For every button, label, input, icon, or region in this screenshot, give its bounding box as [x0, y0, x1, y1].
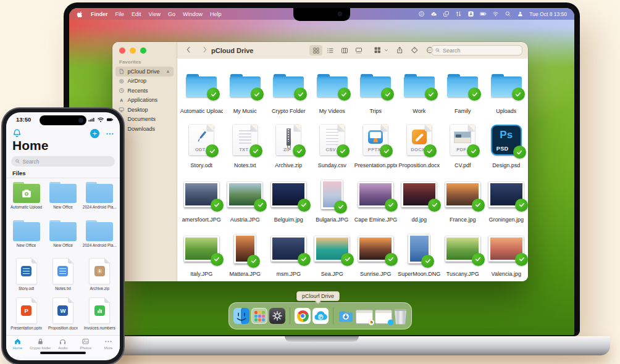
finder-search-input[interactable]: Search [431, 45, 522, 56]
menu-view[interactable]: View [149, 11, 161, 17]
dock-pcloud[interactable]: P [312, 308, 329, 324]
file-tuscany-jpg[interactable]: Tuscany.JPG [441, 226, 485, 281]
menu-edit[interactable]: Edit [132, 11, 141, 17]
sidebar-item-desktop[interactable]: Desktop [115, 105, 174, 115]
phone-file-story-odt[interactable]: Story.odt [8, 257, 44, 296]
back-button[interactable] [185, 46, 193, 54]
phone-file-presentation-pptx[interactable]: PPresentation.pptx [8, 296, 44, 336]
input-a-icon[interactable]: A [467, 10, 474, 17]
minimize-button[interactable] [130, 48, 136, 54]
sidebar-item-pcloud-drive[interactable]: pCloud Drive [115, 67, 174, 77]
file-cape-emine-jpg[interactable]: Cape Emine.JPG [354, 172, 398, 226]
file-valencia-jpg[interactable]: Valencia.jpg [485, 226, 529, 281]
dock-finder[interactable] [233, 308, 249, 324]
spotlight-icon[interactable] [505, 10, 511, 17]
windows-icon[interactable] [443, 10, 450, 17]
file-family[interactable]: Family [441, 64, 485, 118]
phone-file-invoices-numbers[interactable]: Invoices.numbers [82, 296, 118, 336]
group-button[interactable] [374, 46, 382, 54]
file-story-odt[interactable]: ODTStory.odt [180, 118, 224, 172]
phone-search-input[interactable]: Search [11, 156, 115, 167]
eject-icon[interactable] [165, 69, 170, 74]
menu-file[interactable]: File [115, 11, 125, 17]
file-groningen-jpg[interactable]: Groningen.jpg [485, 172, 529, 226]
file-sunrise-jpg[interactable]: Sunrise.JPG [354, 226, 398, 281]
dock-launchpad[interactable] [251, 308, 267, 324]
file-proposition-docx[interactable]: DOCXProposition.docx [398, 118, 442, 172]
phone-file-automatic-upload[interactable]: Automatic Upload [8, 180, 44, 218]
cloud-check-icon[interactable] [430, 10, 437, 17]
phone-file-new-office[interactable]: New Office [8, 218, 44, 257]
dock-settings[interactable] [269, 308, 285, 324]
file-france-jpg[interactable]: France.jpg [441, 172, 485, 226]
file-belguim-jpg[interactable]: Belguim.jpg [267, 172, 311, 226]
home-indicator[interactable] [40, 352, 86, 354]
tag-button[interactable] [411, 46, 419, 54]
dock-trash[interactable] [394, 308, 407, 325]
file-sunday-csv[interactable]: CSVSunday.csv [311, 118, 354, 172]
file-trips[interactable]: Trips [354, 64, 398, 118]
sidebar-item-airdrop[interactable]: AirDrop [115, 77, 174, 86]
phone-file-2024-android-pla[interactable]: 2024 Android Pla... [82, 218, 118, 257]
file-work[interactable]: Work [398, 64, 442, 118]
file-my-music[interactable]: My Music [224, 64, 267, 118]
file-amersfoort-jpg[interactable]: amersfoort.JPG [180, 172, 224, 226]
phone-file-new-office[interactable]: New Office [44, 218, 81, 257]
menu-bar-clock[interactable]: Tue Oct 8 13:50 [529, 11, 567, 17]
gallery-view-button[interactable] [352, 45, 365, 56]
sidebar-item-applications[interactable]: AApplications [115, 96, 174, 105]
file-italy-jpg[interactable]: Italy.JPG [180, 226, 224, 281]
phone-file-archive-zip[interactable]: Archive.zip [82, 257, 118, 296]
apple-menu-icon[interactable] [77, 10, 83, 18]
close-button[interactable] [119, 48, 125, 54]
phone-file-notes-txt[interactable]: Notes.txt [44, 257, 81, 296]
sidebar-item-recents[interactable]: Recents [115, 86, 174, 96]
icon-view-button[interactable] [309, 45, 322, 56]
file-crypto-folder[interactable]: Crypto Folder [267, 64, 311, 118]
file-austria-jpg[interactable]: Austria.JPG [224, 172, 267, 226]
more-options-button[interactable] [105, 130, 115, 138]
file-notes-txt[interactable]: TXTNotes.txt [224, 118, 267, 172]
file-sea-jpg[interactable]: Sea.JPG [311, 226, 354, 281]
file-msm-jpg[interactable]: msm.JPG [267, 226, 311, 281]
updown-icon[interactable] [455, 10, 462, 17]
file-archive-zip[interactable]: ZIPArchive.zip [267, 118, 311, 172]
tab-more[interactable]: More [97, 337, 120, 357]
notifications-bell-icon[interactable] [12, 128, 22, 139]
dock-window-preview-1[interactable] [356, 308, 373, 324]
zoom-button[interactable] [140, 48, 146, 54]
menu-go[interactable]: Go [168, 11, 175, 17]
tab-audio[interactable]: Audio [52, 337, 75, 357]
phone-file-new-office[interactable]: New Office [44, 180, 81, 218]
dock-chrome[interactable] [295, 308, 311, 324]
tab-home[interactable]: Home [6, 337, 29, 357]
menu-help[interactable]: Help [210, 11, 222, 17]
file-uploads[interactable]: Uploads [485, 64, 529, 118]
file-design-psd[interactable]: PsPSDDesign.psd [485, 118, 529, 172]
list-view-button[interactable] [324, 45, 337, 56]
file-presentation-pptx[interactable]: PPTXPresentation.pptx [354, 118, 398, 172]
phone-file-2024-android-pla[interactable]: 2024 Android Pla... [82, 180, 118, 218]
dock-downloads[interactable] [338, 308, 354, 324]
user-icon[interactable] [517, 10, 524, 17]
file-cv-pdf[interactable]: PDFCV.pdf [441, 118, 485, 172]
file-bulgaria-jpg[interactable]: Bulgaria.JPG [311, 172, 354, 226]
file-automatic-upload[interactable]: Automatic Upload [180, 64, 224, 118]
phone-file-proposition-docx[interactable]: WProposition.docx [44, 296, 81, 336]
share-button[interactable] [396, 46, 404, 54]
add-button[interactable] [90, 129, 99, 138]
column-view-button[interactable] [338, 45, 351, 56]
file-my-videos[interactable]: My Videos [311, 64, 354, 118]
tab-crypto-folder[interactable]: Crypto folder [29, 337, 52, 357]
file-mattera-jpg[interactable]: Mattera.JPG [224, 226, 267, 281]
menu-finder[interactable]: Finder [91, 11, 108, 17]
file-dd-jpg[interactable]: dd.jpg [398, 172, 442, 226]
file-supermoon-dng[interactable]: SuperMoon.DNG [398, 226, 442, 281]
tab-photos[interactable]: Photos [74, 337, 97, 357]
battery-icon[interactable] [480, 10, 487, 17]
forward-button[interactable] [201, 46, 209, 54]
sync-icon[interactable] [418, 10, 425, 17]
menu-window[interactable]: Window [183, 11, 203, 17]
dock-window-preview-2[interactable] [375, 308, 392, 324]
wifi-icon[interactable] [492, 10, 499, 17]
